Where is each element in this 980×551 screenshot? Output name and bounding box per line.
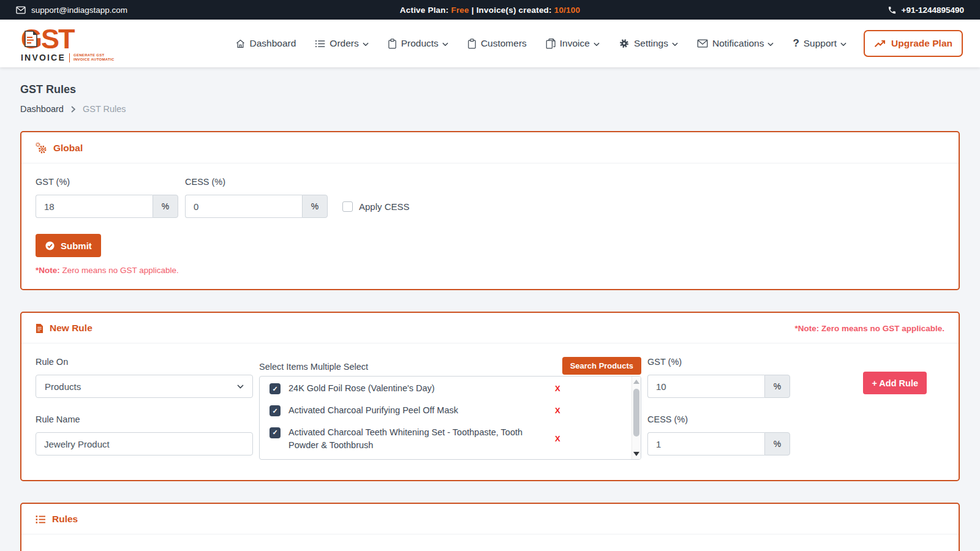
remove-product-button[interactable]: X	[555, 433, 560, 446]
product-option[interactable]: Anti-Snoring DeviceX	[260, 457, 631, 460]
chevron-down-icon	[767, 42, 774, 47]
topbar: support@indiagstapp.com Active Plan: Fre…	[0, 0, 980, 20]
submit-label: Submit	[61, 241, 92, 251]
nav-item-label: Dashboard	[250, 38, 296, 49]
support-phone-text: +91-1244895490	[902, 6, 964, 15]
rule-on-select[interactable]: Products	[36, 375, 253, 398]
list-icon	[315, 39, 325, 48]
nav-item-products[interactable]: Products	[388, 38, 448, 49]
question-icon: ?	[793, 37, 799, 50]
nav-item-notifications[interactable]: Notifications	[697, 38, 774, 49]
chevron-down-icon	[840, 42, 846, 47]
support-email: support@indiagstapp.com	[16, 6, 127, 15]
home-icon	[235, 39, 246, 49]
percent-icon: %	[764, 432, 790, 455]
global-card-title: Global	[53, 143, 83, 154]
nav-item-settings[interactable]: Settings	[619, 38, 678, 49]
rule-on-selected-value: Products	[45, 381, 81, 392]
app-logo[interactable]: GST INVOICE GENERATE GST INVOICE AUTOMAT…	[17, 25, 115, 62]
logo-tagline: GENERATE GST INVOICE AUTOMATIC	[74, 53, 115, 62]
product-option[interactable]: Activated Charcoal Teeth Whitening Set -…	[260, 422, 631, 457]
remove-product-button[interactable]: X	[555, 383, 560, 395]
support-phone: +91-1244895490	[888, 6, 964, 15]
upgrade-plan-label: Upgrade Plan	[891, 38, 952, 49]
rule-name-label: Rule Name	[36, 415, 253, 424]
global-cess-input[interactable]	[185, 195, 302, 218]
trending-up-icon	[874, 39, 886, 48]
nav-item-customers[interactable]: Customers	[467, 38, 527, 49]
global-card-body: GST (%) % CESS (%) % Apply CESS	[21, 163, 959, 289]
new-rule-note: *Note: Zero means no GST applicable.	[794, 324, 944, 333]
file-icon	[546, 39, 556, 49]
nav-item-invoice[interactable]: Invoice	[546, 38, 600, 49]
checked-checkbox-icon[interactable]	[270, 427, 281, 438]
global-card: Global GST (%) % CESS (%) %	[20, 131, 960, 290]
product-option-label: Activated Charcoal Purifying Peel Off Ma…	[288, 404, 541, 418]
invoices-label: Invoice(s) created:	[477, 6, 552, 15]
clipboard-icon	[467, 39, 477, 49]
apply-cess-field[interactable]: Apply CESS	[342, 201, 410, 212]
nav-item-label: Orders	[330, 38, 358, 49]
cogs-icon	[36, 142, 47, 154]
nav-item-orders[interactable]: Orders	[315, 38, 368, 49]
nav-item-dashboard[interactable]: Dashboard	[235, 38, 296, 49]
page-title: GST Rules	[20, 83, 960, 96]
clipboard-icon	[388, 39, 397, 49]
scrollbar-down-icon[interactable]	[633, 452, 639, 456]
checked-checkbox-icon[interactable]	[270, 405, 281, 416]
upgrade-plan-button[interactable]: Upgrade Plan	[864, 30, 963, 57]
scrollbar-thumb[interactable]	[633, 389, 639, 437]
list-icon	[36, 515, 46, 524]
new-rule-right-column: GST (%) % CESS (%) %	[647, 358, 790, 455]
rule-gst-label: GST (%)	[647, 358, 790, 367]
apply-cess-checkbox[interactable]	[342, 201, 353, 212]
plan-status: Active Plan: Free | Invoice(s) created: …	[0, 6, 980, 15]
global-gst-input[interactable]	[36, 195, 153, 218]
chevron-down-icon	[237, 384, 244, 389]
breadcrumb-dashboard-link[interactable]: Dashboard	[20, 104, 64, 114]
nav-item-label: Settings	[634, 38, 668, 49]
nav-menu: DashboardOrdersProductsCustomersInvoiceS…	[235, 37, 847, 50]
scrollbar-up-icon[interactable]	[633, 380, 639, 384]
global-note: *Note: Zero means no GST applicable.	[36, 266, 944, 275]
chevron-down-icon	[442, 42, 448, 47]
new-rule-card-title: New Rule	[50, 323, 92, 334]
logo-sub-text: INVOICE	[21, 53, 66, 62]
rule-cess-input[interactable]	[647, 432, 764, 455]
search-products-button[interactable]: Search Products	[562, 357, 641, 375]
new-rule-card-header: New Rule *Note: Zero means no GST applic…	[21, 313, 959, 343]
nav-item-label: Support	[804, 38, 837, 49]
remove-product-button[interactable]: X	[555, 405, 560, 417]
product-option[interactable]: Activated Charcoal Purifying Peel Off Ma…	[260, 400, 631, 422]
global-cess-field: CESS (%) %	[185, 178, 328, 218]
breadcrumb: Dashboard GST Rules	[20, 104, 960, 114]
invoices-count: 10/100	[554, 6, 581, 15]
plan-label: Active Plan:	[400, 6, 449, 15]
scrollbar[interactable]	[631, 377, 641, 459]
add-rule-button[interactable]: + Add Rule	[863, 372, 927, 394]
chevron-down-icon	[672, 42, 678, 47]
breadcrumb-current: GST Rules	[83, 104, 126, 114]
new-rule-card: New Rule *Note: Zero means no GST applic…	[20, 312, 960, 481]
select-items-column: Select Items Multiple Select Search Prod…	[259, 358, 641, 460]
global-card-header: Global	[21, 132, 959, 163]
gear-icon	[619, 38, 630, 49]
chevron-right-icon	[71, 106, 75, 113]
check-circle-icon	[45, 241, 55, 251]
file-invoice-icon	[36, 323, 43, 334]
envelope-icon	[697, 39, 708, 48]
select-items-label: Select Items Multiple Select	[259, 362, 368, 372]
product-option[interactable]: 24K Gold Foil Rose (Valentine's Day)X	[260, 378, 631, 400]
checked-checkbox-icon[interactable]	[270, 383, 281, 394]
percent-icon: %	[302, 195, 328, 218]
product-multiselect: 24K Gold Foil Rose (Valentine's Day)XAct…	[259, 376, 641, 460]
nav-item-label: Invoice	[560, 38, 590, 49]
submit-button[interactable]: Submit	[36, 234, 101, 257]
rule-gst-input[interactable]	[647, 375, 764, 398]
product-option-label: 24K Gold Foil Rose (Valentine's Day)	[288, 382, 541, 395]
logo-divider	[69, 53, 70, 62]
nav-item-support[interactable]: ?Support	[793, 37, 846, 50]
rule-name-input[interactable]	[36, 432, 253, 455]
global-cess-label: CESS (%)	[185, 178, 328, 187]
product-option-label: Activated Charcoal Teeth Whitening Set -…	[288, 426, 541, 453]
